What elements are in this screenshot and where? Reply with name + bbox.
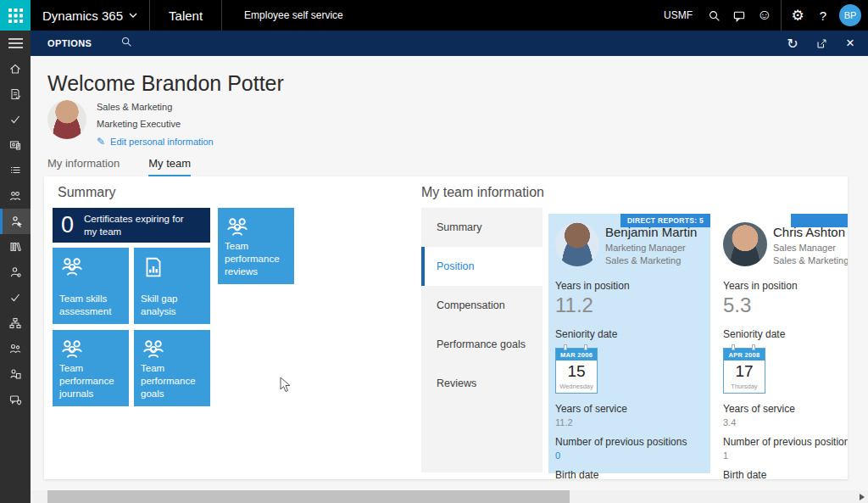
team-performance-goals-tile[interactable]: Team performance goals (134, 330, 210, 406)
employee-self-service-icon[interactable] (0, 209, 31, 234)
employee-department: Sales & Marketing (605, 255, 697, 265)
divider (781, 0, 782, 31)
profile-summary: Sales & Marketing Marketing Executive ✎ … (47, 100, 214, 148)
team-icon (225, 215, 250, 243)
previous-positions-link[interactable]: 0 (555, 450, 704, 461)
directory-people-icon[interactable] (0, 336, 31, 361)
report-icon (141, 254, 166, 283)
team-nav-performance-goals[interactable]: Performance goals (421, 325, 542, 364)
team-icon (59, 254, 85, 283)
team-icon (59, 337, 85, 366)
search-icon[interactable] (701, 0, 726, 31)
previous-positions-value: 1 (723, 450, 848, 461)
direct-reports-badge: DIRECT REPORTS: 5 (620, 214, 710, 227)
page-tabs: My information My team (47, 157, 191, 177)
employee-job: Sales Manager (773, 243, 848, 253)
toolbar-search-icon[interactable] (120, 36, 132, 51)
page-title: Welcome Brandon Potter (47, 71, 284, 96)
person-card-icon[interactable] (0, 361, 31, 387)
my-team-icon[interactable] (0, 183, 31, 209)
hamburger-icon[interactable] (0, 31, 31, 56)
app-launcher-icon[interactable] (0, 0, 31, 31)
scrollbar-right-arrow-icon[interactable] (860, 494, 865, 500)
help-icon[interactable]: ? (810, 0, 836, 31)
employee-photo (723, 222, 767, 266)
calendar-ring (584, 344, 587, 350)
team-nav-position[interactable]: Position (421, 247, 542, 286)
field-label: Seniority date (555, 328, 704, 340)
calendar-ring (564, 344, 567, 350)
profile-photo (47, 100, 86, 139)
module-name[interactable]: Talent (150, 0, 221, 31)
team-performance-journals-tile[interactable]: Team performance journals (53, 330, 129, 406)
seniority-date-calendar: APR 2008 17 Thursday (723, 348, 765, 394)
scrollbar-thumb[interactable] (47, 490, 570, 503)
chevron-down-icon (129, 13, 137, 18)
main-content: Welcome Brandon Potter Sales & Marketing… (31, 56, 868, 503)
feedback-chat-icon[interactable] (0, 387, 31, 412)
team-nav-summary[interactable]: Summary (421, 208, 542, 247)
calendar-month: MAR 2006 (556, 349, 597, 360)
tab-my-information[interactable]: My information (47, 157, 120, 177)
field-label: Number of previous positions (723, 436, 848, 448)
tab-my-team[interactable]: My team (148, 157, 191, 177)
certificates-expiring-tile[interactable]: 0 Certificates expiring for my team (53, 208, 210, 243)
calendar-day: 15 (556, 360, 597, 383)
left-sidebar (0, 31, 31, 503)
calendar-weekday: Thursday (724, 383, 765, 390)
user-avatar[interactable]: BP (839, 4, 861, 26)
benefits-card-icon[interactable] (0, 132, 31, 158)
years-of-service-value: 11.2 (555, 417, 704, 428)
team-info-nav: Summary Position Compensation Performanc… (421, 208, 542, 472)
options-button[interactable]: OPTIONS (47, 38, 92, 48)
field-label: Years in position (723, 280, 848, 292)
employee-photo (555, 222, 599, 266)
content-panel: Summary My team information 0 Certificat… (44, 176, 848, 479)
employee-department: Sales & Marketing (773, 255, 848, 265)
employee-job: Marketing Manager (605, 243, 697, 253)
command-toolbar: OPTIONS ↻ × (31, 31, 868, 56)
team-performance-reviews-tile[interactable]: Team performance reviews (218, 208, 294, 284)
profile-department: Sales & Marketing (97, 102, 214, 112)
field-label: Number of previous positions (555, 436, 704, 448)
refresh-icon[interactable]: ↻ (780, 28, 805, 59)
profile-person-icon[interactable] (0, 260, 31, 285)
horizontal-scrollbar[interactable] (31, 490, 868, 503)
field-label: Years in position (555, 280, 704, 292)
profile-job-title: Marketing Executive (97, 119, 214, 129)
tasks-document-icon[interactable] (0, 81, 31, 107)
years-of-service-value: 3.4 (723, 417, 848, 428)
seniority-date-calendar: MAR 2006 15 Wednesday (555, 348, 598, 394)
summary-heading: Summary (58, 185, 115, 200)
team-icon (141, 337, 166, 366)
approvals-check-icon[interactable] (0, 107, 31, 132)
gear-icon[interactable]: ⚙ (785, 0, 810, 31)
certificates-count: 0 (61, 212, 74, 238)
employee-card-chris-ashton[interactable]: Chris Ashton Sales Manager Sales & Marke… (716, 214, 848, 473)
home-icon[interactable] (0, 56, 31, 81)
popout-icon[interactable] (809, 28, 834, 59)
certificates-label: Certificates expiring for my team (84, 213, 194, 238)
team-nav-reviews[interactable]: Reviews (421, 364, 542, 403)
team-skills-assessment-tile[interactable]: Team skills assessment (53, 248, 129, 324)
tasks-check-icon[interactable] (0, 285, 31, 310)
org-chart-icon[interactable] (0, 310, 31, 336)
app-name-menu[interactable]: Dynamics 365 (42, 8, 137, 23)
app-name: Dynamics 365 (42, 8, 123, 23)
skill-gap-analysis-tile[interactable]: Skill gap analysis (134, 248, 210, 324)
smiley-icon[interactable]: ☺ (752, 0, 777, 31)
team-info-heading: My team information (421, 185, 544, 200)
team-nav-compensation[interactable]: Compensation (421, 286, 542, 325)
calendar-month: APR 2008 (724, 349, 765, 360)
message-icon[interactable] (726, 0, 752, 31)
courses-library-icon[interactable] (0, 234, 31, 260)
employee-card-benjamin-martin[interactable]: DIRECT REPORTS: 5 Benjamin Martin Market… (548, 214, 710, 473)
close-icon[interactable]: × (837, 28, 863, 59)
edit-personal-information-link[interactable]: ✎ Edit personal information (97, 136, 214, 148)
field-label: Birth date (723, 469, 848, 479)
company-picker[interactable]: USMF (664, 9, 693, 21)
calendar-weekday: Wednesday (556, 383, 597, 390)
page-breadcrumb: Employee self service (222, 9, 365, 21)
pencil-icon: ✎ (97, 136, 105, 148)
details-list-icon[interactable] (0, 158, 31, 183)
